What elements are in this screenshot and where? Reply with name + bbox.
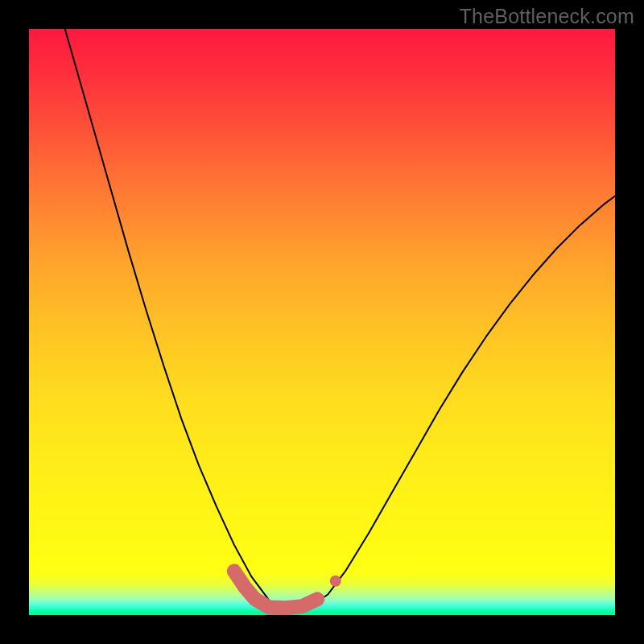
series-left-branch	[58, 29, 281, 609]
series-right-branch	[281, 196, 615, 609]
plot-area	[29, 29, 615, 615]
chart-frame: TheBottleneck.com	[0, 0, 644, 644]
watermark-text: TheBottleneck.com	[460, 5, 634, 28]
series-accent-dot	[330, 576, 341, 587]
series-accent-plateau	[234, 571, 317, 608]
chart-svg	[29, 29, 615, 615]
